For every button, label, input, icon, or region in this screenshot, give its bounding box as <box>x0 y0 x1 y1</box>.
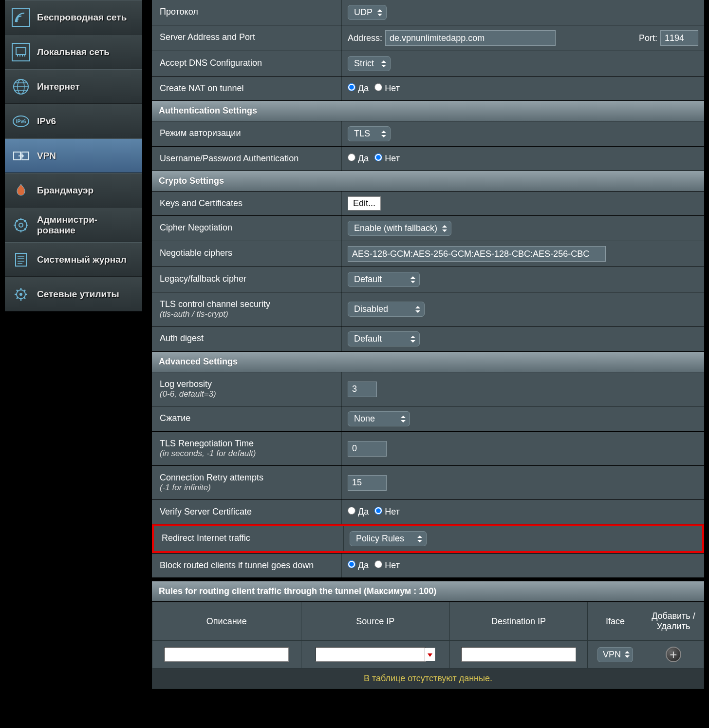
sidebar-item-label: Администри- рование <box>37 214 97 236</box>
advanced-section-header: Advanced Settings <box>152 352 704 372</box>
userpass-label: Username/Password Authentication <box>152 147 342 171</box>
protocol-label: Протокол <box>152 0 342 25</box>
sidebar-item-label: Локальная сеть <box>37 47 110 57</box>
gear-icon <box>12 285 30 304</box>
routing-rules-header: Rules for routing client traffic through… <box>152 581 704 601</box>
auth-mode-select[interactable]: TLS <box>348 126 391 141</box>
sidebar-item-label: Сетевые утилиты <box>37 289 119 300</box>
svg-rect-2 <box>12 43 30 61</box>
compression-select[interactable]: None <box>348 411 410 426</box>
srcip-dropdown-icon[interactable] <box>425 648 435 661</box>
userpass-yes[interactable] <box>348 153 355 161</box>
sidebar-item-vpn[interactable]: VPN <box>5 138 142 173</box>
keys-label: Keys and Certificates <box>152 192 342 215</box>
sidebar-item-internet[interactable]: Интернет <box>5 69 142 104</box>
retry-label: Connection Retry attempts (-1 for infini… <box>152 466 342 499</box>
retry-input[interactable] <box>348 475 387 491</box>
sidebar-item-nettools[interactable]: Сетевые утилиты <box>5 277 142 311</box>
protocol-select[interactable]: UDP <box>348 5 387 20</box>
rule-dstip-input[interactable] <box>461 647 576 662</box>
edit-keys-button[interactable]: Edit... <box>348 196 381 211</box>
legacy-cipher-select[interactable]: Default <box>348 272 420 287</box>
globe-icon <box>12 77 30 96</box>
col-desc: Описание <box>152 602 301 640</box>
add-rule-button[interactable]: + <box>666 647 681 662</box>
sidebar-item-label: Системный журнал <box>37 254 127 265</box>
svg-rect-12 <box>16 253 26 266</box>
negotiable-ciphers-input[interactable] <box>348 246 606 262</box>
cipher-neg-select[interactable]: Enable (with fallback) <box>348 221 451 236</box>
routing-input-row: VPN + <box>152 641 704 668</box>
legacy-cipher-label: Legacy/fallback cipher <box>152 267 342 292</box>
sidebar-item-label: Интернет <box>37 81 80 92</box>
col-srcip: Source IP <box>301 602 450 640</box>
firewall-icon <box>12 181 30 200</box>
main-content: Протокол UDP Server Address and Port Add… <box>152 0 704 689</box>
no-data-text: В таблице отсутствуют данные. <box>152 669 704 689</box>
create-nat-radio: Да Нет <box>348 83 400 94</box>
userpass-no[interactable] <box>374 153 382 161</box>
block-routed-label: Block routed clients if tunnel goes down <box>152 554 342 577</box>
svg-rect-3 <box>16 48 26 55</box>
redirect-traffic-row: Redirect Internet traffic Policy Rules <box>152 524 704 553</box>
col-iface: Iface <box>588 602 643 640</box>
sidebar-item-lan[interactable]: Локальная сеть <box>5 35 142 69</box>
server-port-input[interactable] <box>660 30 698 46</box>
auth-mode-label: Режим авторизации <box>152 121 342 146</box>
sidebar-item-label: Брандмауэр <box>37 185 93 196</box>
sidebar-item-label: Беспроводная сеть <box>37 12 127 23</box>
sidebar-item-syslog[interactable]: Системный журнал <box>5 242 142 277</box>
block-yes[interactable] <box>348 560 355 568</box>
svg-point-11 <box>19 223 23 227</box>
admin-icon <box>12 216 30 234</box>
reneg-time-input[interactable] <box>348 441 387 457</box>
compression-label: Сжатие <box>152 406 342 431</box>
block-routed-radio: Да Нет <box>348 560 400 571</box>
col-add: Добавить / Удалить <box>643 602 704 640</box>
server-address-label: Server Address and Port <box>152 25 342 51</box>
crypto-section-header: Crypto Settings <box>152 171 704 191</box>
ipv6-icon: IPv6 <box>12 112 30 131</box>
sidebar-item-firewall[interactable]: Брандмауэр <box>5 173 142 208</box>
verify-yes[interactable] <box>348 507 355 515</box>
lan-icon <box>12 43 30 61</box>
rule-desc-input[interactable] <box>164 647 289 662</box>
verify-cert-label: Verify Server Certificate <box>152 500 342 524</box>
userpass-radio: Да Нет <box>348 153 400 164</box>
redirect-label: Redirect Internet traffic <box>154 526 344 551</box>
verify-no[interactable] <box>374 507 382 515</box>
auth-digest-select[interactable]: Default <box>348 331 420 346</box>
auth-section-header: Authentication Settings <box>152 101 704 121</box>
sidebar-item-ipv6[interactable]: IPv6 IPv6 <box>5 104 142 138</box>
sidebar-item-label: IPv6 <box>37 116 56 127</box>
negotiable-label: Negotiable ciphers <box>152 241 342 267</box>
create-nat-no[interactable] <box>374 83 382 91</box>
create-nat-label: Create NAT on tunnel <box>152 77 342 100</box>
log-verbosity-input[interactable] <box>348 382 377 397</box>
create-nat-yes[interactable] <box>348 83 355 91</box>
accept-dns-label: Accept DNS Configuration <box>152 51 342 76</box>
wifi-icon <box>12 8 30 27</box>
log-icon <box>12 250 30 269</box>
redirect-traffic-select[interactable]: Policy Rules <box>350 531 427 546</box>
col-dstip: Destination IP <box>450 602 587 640</box>
rule-srcip-input[interactable] <box>316 647 427 662</box>
log-verbosity-label: Log verbosity (0-6, default=3) <box>152 372 342 406</box>
sidebar: Беспроводная сеть Локальная сеть Интерне… <box>5 0 142 311</box>
sidebar-item-admin[interactable]: Администри- рование <box>5 208 142 242</box>
rule-iface-select[interactable]: VPN <box>597 647 633 662</box>
sidebar-item-label: VPN <box>37 151 56 161</box>
no-data-row: В таблице отсутствуют данные. <box>152 669 704 689</box>
tls-ctrl-select[interactable]: Disabled <box>348 302 425 317</box>
cipher-neg-label: Cipher Negotiation <box>152 216 342 241</box>
accept-dns-select[interactable]: Strict <box>348 56 391 71</box>
block-no[interactable] <box>374 560 382 568</box>
port-label: Port: <box>639 33 657 43</box>
tls-ctrl-label: TLS control channel security (tls-auth /… <box>152 292 342 326</box>
svg-point-1 <box>16 19 18 22</box>
auth-digest-label: Auth digest <box>152 326 342 351</box>
server-address-input[interactable] <box>385 30 556 46</box>
reneg-label: TLS Renegotiation Time (in seconds, -1 f… <box>152 432 342 465</box>
sidebar-item-wireless[interactable]: Беспроводная сеть <box>5 0 142 35</box>
svg-rect-0 <box>12 9 30 26</box>
